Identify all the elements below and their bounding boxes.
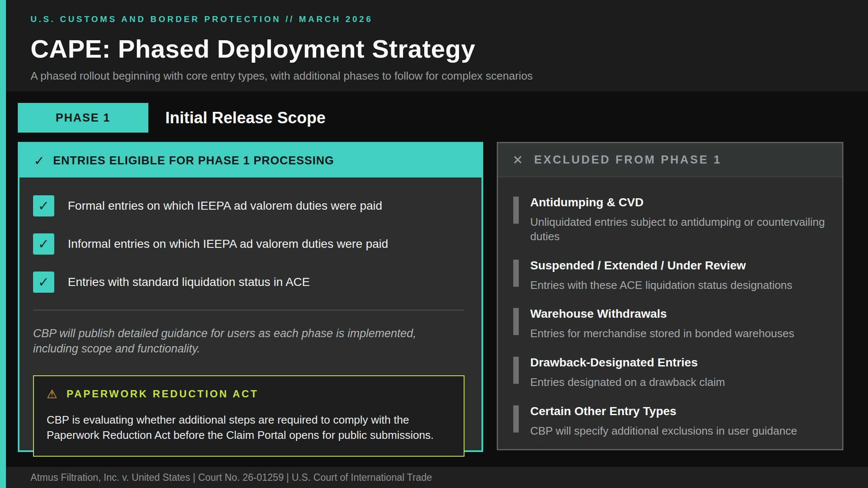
excluded-item-title: Drawback-Designated Entries <box>530 356 825 369</box>
excluded-panel-title: EXCLUDED FROM PHASE 1 <box>534 153 722 166</box>
excluded-item-title: Warehouse Withdrawals <box>530 307 825 321</box>
page-subtitle: A phased rollout beginning with core ent… <box>31 69 868 83</box>
callout-title-row: ⚠ PAPERWORK REDUCTION ACT <box>47 387 451 401</box>
warning-icon: ⚠ <box>47 387 57 401</box>
excluded-item: Antidumping & CVD Unliquidated entries s… <box>513 196 825 244</box>
phase-row: PHASE 1 Initial Release Scope <box>18 103 326 133</box>
callout-title: PAPERWORK REDUCTION ACT <box>67 388 259 400</box>
checklist-item-label: Entries with standard liquidation status… <box>68 275 310 289</box>
eligible-card-title: ENTRIES ELIGIBLE FOR PHASE 1 PROCESSING <box>53 154 334 167</box>
excluded-item: Drawback-Designated Entries Entries desi… <box>513 356 825 390</box>
excluded-panel-body: Antidumping & CVD Unliquidated entries s… <box>498 177 842 453</box>
checklist-item: ✓ Entries with standard liquidation stat… <box>33 272 465 293</box>
excluded-item-desc: Entries for merchandise stored in bonded… <box>530 327 825 341</box>
divider <box>33 310 465 311</box>
slide-header: U.S. CUSTOMS AND BORDER PROTECTION // MA… <box>6 0 868 92</box>
callout-body: CBP is evaluating whether additional ste… <box>47 412 451 443</box>
checked-checkbox-icon: ✓ <box>33 233 54 255</box>
excluded-item-desc: Entries with these ACE liquidation statu… <box>530 278 825 293</box>
eligible-card: ✓ ENTRIES ELIGIBLE FOR PHASE 1 PROCESSIN… <box>18 142 483 452</box>
excluded-panel-header: ✕ EXCLUDED FROM PHASE 1 <box>498 143 842 177</box>
excluded-panel: ✕ EXCLUDED FROM PHASE 1 Antidumping & CV… <box>497 142 843 450</box>
excluded-item: Certain Other Entry Types CBP will speci… <box>513 405 825 438</box>
excluded-item-title: Antidumping & CVD <box>530 196 825 209</box>
item-accent-bar <box>513 308 519 335</box>
checked-checkbox-icon: ✓ <box>33 272 54 293</box>
left-accent-bar <box>0 0 6 488</box>
checked-checkbox-icon: ✓ <box>33 195 54 216</box>
paperwork-reduction-callout: ⚠ PAPERWORK REDUCTION ACT CBP is evaluat… <box>33 375 465 457</box>
item-accent-bar <box>513 260 519 287</box>
excluded-item-title: Certain Other Entry Types <box>530 405 825 418</box>
excluded-item: Warehouse Withdrawals Entries for mercha… <box>513 307 825 341</box>
excluded-item-title: Suspended / Extended / Under Review <box>530 259 825 272</box>
excluded-item-desc: Unliquidated entries subject to antidump… <box>530 215 825 244</box>
eligible-card-header: ✓ ENTRIES ELIGIBLE FOR PHASE 1 PROCESSIN… <box>19 144 481 177</box>
phase-section-title: Initial Release Scope <box>165 109 326 127</box>
item-accent-bar <box>513 197 519 224</box>
item-accent-bar <box>513 357 519 384</box>
slide: U.S. CUSTOMS AND BORDER PROTECTION // MA… <box>0 0 868 488</box>
phase-badge: PHASE 1 <box>18 103 148 133</box>
checklist-item: ✓ Formal entries on which IEEPA ad valor… <box>33 195 465 216</box>
eyebrow-text: U.S. CUSTOMS AND BORDER PROTECTION // MA… <box>31 14 868 24</box>
close-icon: ✕ <box>512 152 523 167</box>
page-title: CAPE: Phased Deployment Strategy <box>31 34 868 64</box>
footer: Atmus Filtration, Inc. v. United States … <box>6 467 868 488</box>
excluded-item-desc: Entries designated on a drawback claim <box>530 375 825 390</box>
content-columns: ✓ ENTRIES ELIGIBLE FOR PHASE 1 PROCESSIN… <box>18 142 843 452</box>
excluded-item-desc: CBP will specify additional exclusions i… <box>530 424 825 438</box>
checklist-item: ✓ Informal entries on which IEEPA ad val… <box>33 233 465 255</box>
checklist-item-label: Formal entries on which IEEPA ad valorem… <box>68 199 382 213</box>
excluded-item: Suspended / Extended / Under Review Entr… <box>513 259 825 293</box>
checklist-item-label: Informal entries on which IEEPA ad valor… <box>68 237 388 251</box>
guidance-note: CBP will publish detailed guidance for u… <box>33 326 431 357</box>
case-citation: Atmus Filtration, Inc. v. United States … <box>31 472 432 483</box>
item-accent-bar <box>513 405 519 433</box>
check-icon: ✓ <box>34 153 45 168</box>
eligible-card-body: ✓ Formal entries on which IEEPA ad valor… <box>19 177 481 468</box>
